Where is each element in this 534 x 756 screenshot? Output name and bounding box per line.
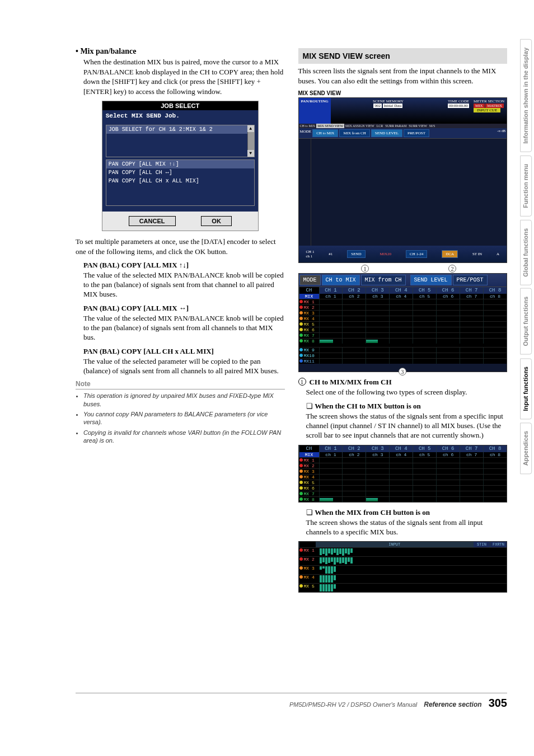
mx-row: MX 6	[304, 327, 315, 332]
section-heading: MIX SEND VIEW screen	[298, 48, 508, 64]
mix-header: MIX	[299, 452, 319, 457]
mix-from-ch-button[interactable]: MIX from CH	[361, 275, 406, 285]
mx-row: MX 2	[304, 557, 315, 562]
ch-to-mix-example: CH CH 1 CH 2 CH 3 CH 4 CH 5 CH 6 CH 7 CH…	[298, 445, 508, 503]
scene-number: 002	[373, 104, 382, 108]
pre-post-button[interactable]: PRE/POST	[453, 275, 488, 285]
ch124-button[interactable]: CH 1-24	[406, 250, 427, 258]
stin-label: STIN	[473, 542, 490, 547]
footer-page: 305	[489, 697, 507, 710]
mix-from-ch-button[interactable]: MIX from CH	[339, 129, 369, 137]
job-select-line[interactable]: JOB SELECT for CH 1& 2:MIX 1& 2	[106, 125, 254, 134]
tab-output-functions[interactable]: Output functions	[520, 288, 532, 355]
timecode-value: 00:00:00.00	[448, 104, 469, 108]
ch-name: ch 6	[436, 452, 460, 457]
pan-bal-heading-3: PAN (BAL) COPY [ALL CH x ALL MIX]	[83, 347, 285, 356]
selected-ch: CH 1ch 1	[306, 250, 314, 259]
ch-name: ch 1	[319, 294, 343, 299]
tab-global-functions[interactable]: Global functions	[520, 220, 532, 285]
ch-col: CH 1	[319, 445, 343, 452]
tab-input-functions[interactable]: Input functions	[520, 358, 532, 419]
send-level-button[interactable]: SEND LEVEL	[371, 129, 402, 137]
screen-tab[interactable]: M/S	[428, 124, 436, 128]
mx-row: MX 6	[304, 486, 315, 491]
updown-icon: ↑↓	[179, 261, 186, 269]
screen-tab[interactable]: SURR VIEW	[407, 124, 428, 128]
screen-tab[interactable]: SURR PARAM	[384, 124, 407, 128]
lead-paragraph: When the destination MIX bus is paired, …	[83, 57, 285, 96]
screenshot-caption: MIX SEND VIEW	[298, 90, 508, 96]
ch-name: ch 1	[319, 452, 343, 457]
ch-header: CH	[299, 287, 319, 294]
pan-bal-heading-1: PAN (BAL) COPY [ALL MIX ↑↓]	[83, 261, 285, 270]
send-button[interactable]: SEND	[347, 250, 365, 258]
scroll-down-icon[interactable]: ▼	[247, 150, 254, 157]
sub-1-heading: ❏ When the CH to MIX button is on	[306, 402, 508, 411]
ch-col: CH 5	[413, 287, 436, 294]
mix-send-view-screenshot: PAN/ROUTING SCENE MEMORY 002 Initial Dat…	[298, 97, 508, 263]
ch-name: ch 5	[413, 294, 436, 299]
ch-name: ch 3	[366, 452, 389, 457]
mx-row: MX 2	[304, 305, 315, 310]
send-level-button[interactable]: SEND LEVEL	[410, 275, 452, 285]
ch-name: ch 2	[342, 294, 366, 299]
pan-copy-option[interactable]: PAN COPY [ALL MIX ↑↓]	[106, 160, 254, 168]
input-label: INPUT	[316, 542, 474, 547]
sub-1-body: The screen shows the status of the signa…	[306, 412, 508, 440]
tab-info-display[interactable]: Information shown in the display	[520, 39, 532, 152]
mx-row: MX 4	[304, 575, 315, 580]
ch-col: CH 7	[460, 445, 483, 452]
ch-col: CH 6	[436, 287, 460, 294]
after-dialog-text: To set multiple parameters at once, use …	[76, 237, 285, 256]
pan-bal-heading-2: PAN (BAL) COPY [ALL MIX ↔]	[83, 304, 285, 313]
mix-grid	[299, 138, 507, 246]
mx-row: MX 8	[304, 339, 315, 344]
job-select-dialog: JOB SELECT Select MIX SEND Job. JOB SELE…	[102, 101, 259, 231]
pan-bal-body-2: The value of the selected MIX PAN/BALANC…	[83, 314, 285, 342]
ch-name: ch 7	[460, 452, 483, 457]
ch-name: ch 4	[389, 452, 413, 457]
pan-bal-body-3: The value of the selected parameter will…	[83, 357, 285, 376]
mix-button[interactable]: MIX	[474, 104, 485, 108]
screen-tab-active[interactable]: MIX SEND VIEW	[316, 124, 344, 128]
dialog-title: JOB SELECT	[102, 101, 258, 110]
scroll-up-icon[interactable]: ▲	[247, 125, 254, 132]
screen-tab[interactable]: CH to MIX	[299, 124, 317, 128]
ch-name: ch 3	[366, 294, 389, 299]
page-footer: PM5D/PM5D-RH V2 / DSP5D Owner's Manual R…	[76, 693, 507, 710]
ch-to-mix-button[interactable]: CH to MIX	[312, 129, 338, 137]
pan-copy-option[interactable]: PAN COPY [ALL CH ↔]	[106, 168, 254, 177]
item-1-title: CH to MIX/MIX from CH	[310, 378, 392, 387]
ok-button[interactable]: OK	[201, 216, 232, 226]
screen-tab[interactable]: MIX ASSIGN VIEW	[344, 124, 376, 128]
ch-to-mix-button[interactable]: CH to MIX	[322, 275, 360, 285]
mx-row: MX 5	[304, 322, 315, 327]
scene-name: Initial Data	[383, 104, 403, 108]
dialog-list-lower: PAN COPY [ALL MIX ↑↓] PAN COPY [ALL CH ↔…	[106, 159, 255, 206]
mix-from-ch-example: INPUT STIN FXRTN MX 1 MX 2 MX 3 MX 4 MX …	[298, 541, 508, 593]
cancel-button[interactable]: CANCEL	[129, 216, 176, 226]
mx-row: MX 2	[304, 463, 315, 468]
note-label: Note	[76, 380, 285, 389]
dca-button[interactable]: DCA	[442, 250, 458, 258]
mx-row: MX 7	[304, 333, 315, 338]
callout-2: 2	[448, 265, 456, 273]
mx-row: MX 4	[304, 475, 315, 480]
screen-tab[interactable]: LCR	[376, 124, 385, 128]
tab-function-menu[interactable]: Function menu	[520, 156, 532, 217]
ch-col: CH 4	[389, 287, 413, 294]
section-intro: This screen lists the signals sent from …	[298, 66, 508, 86]
db-value: -∞ dB	[497, 129, 505, 137]
tab-appendices[interactable]: Appendices	[520, 422, 532, 474]
ch-col: CH 2	[342, 287, 366, 294]
mx-row: MX11	[304, 359, 315, 364]
footer-section: Reference section	[424, 701, 481, 708]
pan-copy-option[interactable]: PAN COPY [ALL CH x ALL MIX]	[106, 177, 254, 185]
item-1-body: Select one of the following two types of…	[306, 388, 508, 397]
ch-col: CH 2	[342, 445, 366, 452]
stin-label: ST IN	[472, 252, 482, 256]
pre-post-button[interactable]: PRE/POST	[404, 129, 429, 137]
matrix-button[interactable]: MATRIX	[485, 104, 504, 108]
ch-name: ch 8	[483, 452, 507, 457]
callout-3: 3	[399, 368, 406, 375]
